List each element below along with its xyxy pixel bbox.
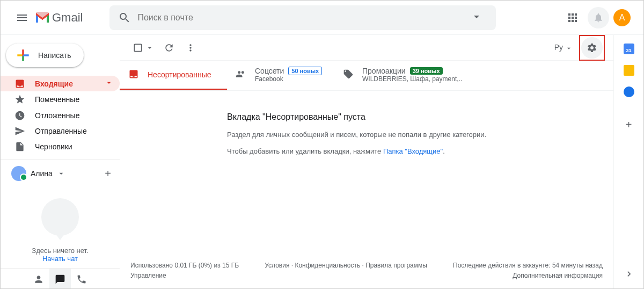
search-input[interactable] [137,13,466,23]
empty-state: Вкладка "Несортированные" пуста Раздел д… [120,91,613,175]
search-options-button[interactable] [466,6,487,29]
nav-inbox[interactable]: Входящие [1,76,120,91]
manage-storage-link[interactable]: Управление [130,271,239,281]
settings-button[interactable] [581,37,603,59]
empty-hint: Чтобы добавить или удалить вкладки, нажм… [227,147,605,155]
tag-icon [343,69,354,81]
empty-avatar-icon [41,198,79,236]
footer-terms[interactable]: Условия · Конфиденциальность · Правила п… [265,261,427,281]
logo-text: Gmail [52,11,83,25]
chat-bubble-icon [55,274,65,285]
inbox-icon [14,78,25,89]
category-tabs: Несортированные Соцсети 50 новых Faceboo… [120,61,613,91]
input-language-button[interactable]: Ру [550,41,577,54]
tab-promotions[interactable]: Промоакции 39 новых WILDBERRIES, Шафа, p… [334,61,471,90]
sidebar: Написать Входящие Помеченные Отложенные … [1,35,120,289]
tab-label: Соцсети [255,67,284,75]
refresh-icon [164,42,174,53]
header: Gmail A [1,1,643,35]
search-icon [118,11,131,24]
checkbox-icon [133,42,143,53]
start-chat-link[interactable]: Начать чат [1,255,120,263]
chevron-down-icon [105,78,113,89]
send-icon [14,126,25,136]
search-bar[interactable] [109,5,496,30]
nav-sent[interactable]: Отправленные [1,123,120,139]
hangouts-avatar-icon [11,166,26,181]
nav-label: Входящие [35,80,73,88]
nav-label: Отправленные [35,127,87,135]
tasks-addon[interactable] [624,86,634,97]
hangouts-phone-tab[interactable] [71,269,92,289]
person-icon [33,274,44,285]
nav-label: Отложенные [35,111,79,120]
apps-grid-icon [566,11,579,24]
more-vert-icon [185,42,196,53]
activity-details-link[interactable]: Дополнительная информация [453,271,603,281]
gmail-m-icon [35,12,50,24]
people-icon [236,69,246,81]
tab-badge: 50 новых [288,67,322,75]
phone-icon [76,274,87,285]
inbox-icon [128,69,139,81]
hangouts-empty-text: Здесь ничего нет. [1,247,120,255]
chevron-down-icon [565,45,573,52]
inbox-settings-link[interactable]: Папка "Входящие" [383,147,443,155]
main-menu-button[interactable] [9,5,35,31]
tab-social[interactable]: Соцсети 50 новых Facebook [227,61,334,90]
tab-badge: 39 новых [410,67,443,75]
chevron-down-icon [57,169,65,178]
calendar-addon[interactable]: 31 [624,44,634,54]
tab-subtitle: Facebook [255,75,322,83]
empty-desc: Раздел для личных сообщений и писем, кот… [227,131,605,139]
hangouts-empty-state: Здесь ничего нет. Начать чат [1,187,120,268]
refresh-button[interactable] [158,37,180,59]
hangouts-add-button[interactable]: + [105,168,111,180]
apps-button[interactable] [562,7,583,28]
tab-subtitle: WILDBERRIES, Шафа, payment,.. [362,75,462,83]
nav-starred[interactable]: Помеченные [1,91,120,107]
account-avatar[interactable]: A [613,9,631,26]
hangouts-header: Алина + [1,159,120,187]
notifications-button[interactable] [588,7,609,28]
hangouts-user[interactable]: Алина [1,164,105,183]
dropdown-icon [470,10,483,23]
hamburger-icon [16,11,28,24]
toolbar-right: Ру [550,35,605,61]
nav-label: Черновики [35,142,72,151]
compose-button[interactable]: Написать [6,44,84,67]
compose-label: Написать [38,51,71,60]
footer: Использовано 0,01 ГБ (0%) из 15 ГБ Управ… [120,252,613,289]
tab-primary[interactable]: Несортированные [120,61,227,90]
tab-label: Промоакции [362,67,406,75]
collapse-panel-button[interactable] [624,269,634,281]
toolbar: Ру [120,35,613,61]
hangouts-contacts-tab[interactable] [28,269,49,289]
footer-storage: Использовано 0,01 ГБ (0%) из 15 ГБ Управ… [130,261,239,281]
nav-snoozed[interactable]: Отложенные [1,107,120,123]
chevron-right-icon [624,269,634,279]
side-panel: 31 + [613,35,643,289]
clock-icon [14,110,25,121]
draft-icon [14,141,25,152]
select-all-checkbox[interactable] [128,38,158,57]
tab-label: Несортированные [148,70,211,79]
calendar-day: 31 [626,48,631,53]
hangouts-chat-tab[interactable] [49,269,71,289]
avatar-letter: A [619,13,625,23]
gear-icon [587,42,597,53]
more-button[interactable] [180,37,201,59]
bell-icon [593,12,604,23]
hangouts-username: Алина [31,169,53,178]
add-addon-button[interactable]: + [626,119,632,131]
nav-drafts[interactable]: Черновики [1,139,120,155]
main-content: Ру Несортированные Соцс [120,35,613,289]
body: Написать Входящие Помеченные Отложенные … [1,35,643,289]
keep-addon[interactable] [624,65,634,76]
footer-activity: Последние действия в аккаунте: 54 минуты… [453,261,603,281]
gmail-logo[interactable]: Gmail [35,11,83,25]
nav-label: Помеченные [35,95,79,104]
hangouts-tabs [1,268,120,289]
empty-title: Вкладка "Несортированные" пуста [227,112,605,122]
chevron-down-icon [145,44,154,52]
